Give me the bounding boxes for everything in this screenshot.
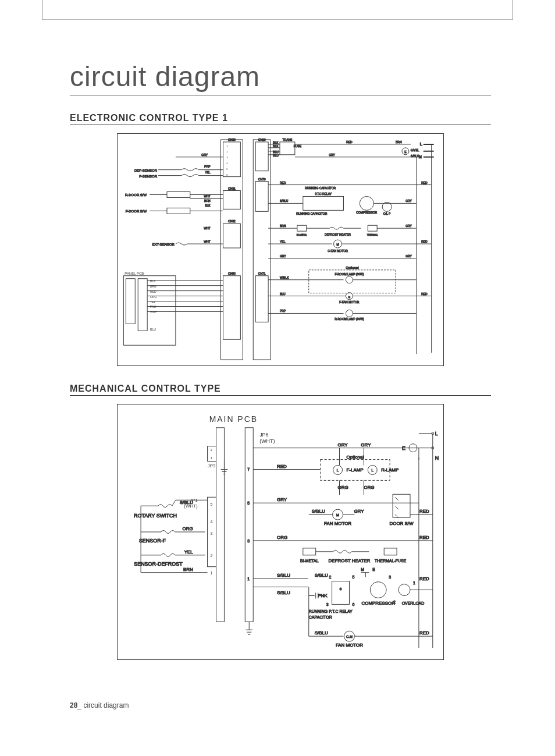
svg-text:R-DOOR S/W: R-DOOR S/W (125, 193, 147, 197)
svg-text:6: 6 (226, 173, 228, 176)
svg-text:R-ROOM LAMP (30W): R-ROOM LAMP (30W) (335, 318, 364, 321)
svg-text:5: 5 (352, 575, 354, 579)
svg-text:2: 2 (226, 150, 227, 153)
page-number: 28 (70, 701, 77, 709)
svg-text:1: 1 (226, 144, 228, 147)
svg-text:2: 2 (393, 600, 396, 604)
svg-rect-164 (384, 548, 397, 555)
svg-text:COMPRESSOR: COMPRESSOR (356, 211, 377, 214)
svg-text:CN31: CN31 (228, 187, 236, 190)
svg-rect-106 (245, 428, 253, 622)
svg-text:M: M (336, 243, 339, 246)
svg-text:FAN MOTOR: FAN MOTOR (324, 521, 351, 526)
svg-text:S/BLU: S/BLU (315, 573, 328, 578)
svg-text:3: 3 (226, 156, 228, 159)
page-title: circuit diagram (70, 61, 491, 95)
svg-text:3: 3 (389, 575, 391, 579)
svg-text:N: N (419, 155, 422, 159)
svg-text:3: 3 (326, 602, 329, 606)
svg-text:TRANS: TRANS (283, 139, 293, 141)
svg-text:DEFROST HEATER: DEFROST HEATER (329, 558, 371, 563)
svg-text:F-DOOR S/W: F-DOOR S/W (126, 210, 147, 213)
svg-text:S/BLU: S/BLU (280, 200, 289, 203)
svg-text:M: M (361, 567, 364, 572)
svg-text:4: 4 (211, 520, 213, 524)
svg-rect-0 (221, 140, 243, 360)
svg-text:RED: RED (421, 240, 428, 243)
svg-text:P.T.C RELAY: P.T.C RELAY (329, 609, 353, 613)
svg-text:R-LAMP: R-LAMP (381, 467, 399, 473)
svg-text:PRP: PRP (204, 165, 211, 168)
svg-text:7: 7 (247, 467, 250, 471)
svg-text:WHT: WHT (204, 195, 210, 198)
svg-text:L: L (372, 468, 374, 472)
svg-text:6: 6 (352, 602, 354, 606)
svg-text:BLK: BLK (205, 204, 211, 207)
svg-text:WHT: WHT (204, 240, 210, 243)
svg-text:RED: RED (419, 535, 429, 540)
svg-text:S/BLU: S/BLU (312, 509, 325, 514)
svg-text:3: 3 (247, 539, 250, 543)
svg-text:EXT-SENSOR: EXT-SENSOR (152, 243, 175, 246)
svg-text:BI-METAL: BI-METAL (297, 233, 308, 236)
svg-point-102 (346, 310, 353, 317)
svg-text:S: S (340, 587, 342, 591)
svg-rect-40 (138, 279, 147, 331)
svg-text:E: E (402, 445, 405, 451)
svg-text:RED: RED (419, 630, 429, 636)
svg-text:F-SENSOR: F-SENSOR (139, 175, 158, 178)
svg-text:BLK: BLK (273, 145, 279, 148)
svg-text:GRY: GRY (361, 442, 371, 448)
svg-rect-49 (280, 142, 295, 155)
svg-text:RED: RED (346, 141, 353, 144)
svg-text:S/BLU: S/BLU (315, 630, 328, 636)
svg-text:P.T.C RELAY: P.T.C RELAY (315, 193, 332, 196)
svg-text:MAIN PCB: MAIN PCB (209, 414, 258, 424)
svg-text:1: 1 (211, 456, 213, 460)
svg-rect-27 (167, 192, 190, 198)
svg-text:BLU: BLU (273, 154, 279, 157)
svg-text:WHT: WHT (204, 227, 210, 230)
svg-text:GRY: GRY (405, 225, 412, 228)
svg-point-71 (360, 196, 373, 210)
svg-text:W/BLK: W/BLK (280, 276, 289, 279)
svg-text:5: 5 (247, 501, 250, 505)
svg-text:Optional: Optional (346, 266, 358, 269)
svg-text:CN32: CN32 (228, 220, 236, 223)
diagram-electronic: CN30 CN31 CN32 CN50 CN10 CN70 CN71 123 (117, 133, 444, 366)
svg-text:2: 2 (211, 553, 213, 558)
section1-heading: ELECTRONIC CONTROL TYPE 1 (70, 113, 491, 125)
footer-text: circuit diagram (81, 701, 129, 709)
svg-text:FAN MOTOR: FAN MOTOR (336, 643, 363, 648)
svg-text:BI-METAL: BI-METAL (300, 559, 319, 563)
svg-text:GRY: GRY (280, 255, 286, 258)
svg-rect-39 (126, 279, 135, 324)
svg-text:BRN: BRN (280, 225, 286, 228)
svg-text:OVERLOAD: OVERLOAD (402, 601, 425, 605)
svg-text:SENSOR-F: SENSOR-F (139, 538, 166, 544)
svg-text:YEL: YEL (280, 240, 286, 243)
svg-text:RUNNING CAPACITOR: RUNNING CAPACITOR (296, 212, 328, 215)
svg-text:COMPRESSOR: COMPRESSOR (362, 601, 396, 606)
svg-point-94 (346, 276, 353, 283)
svg-text:1: 1 (211, 571, 213, 575)
svg-text:O/L P: O/L P (383, 212, 391, 215)
svg-text:BLU: BLU (280, 293, 286, 296)
svg-text:S/BLU: S/BLU (411, 155, 419, 158)
svg-rect-69 (303, 196, 344, 210)
svg-text:PRP: PRP (280, 310, 286, 313)
svg-text:Optional: Optional (347, 455, 364, 460)
diagram-mechanical: MAIN PCB JP3 21 JP1(WHT) JP6(WHT) (117, 404, 444, 660)
svg-text:5: 5 (211, 502, 213, 506)
svg-text:YEL: YEL (184, 549, 194, 555)
svg-text:M: M (336, 513, 339, 517)
section2-heading: MECHANICAL CONTROL TYPE (70, 384, 491, 396)
svg-text:CN71: CN71 (258, 272, 266, 275)
svg-text:ORG: ORG (364, 485, 374, 490)
svg-rect-78 (297, 225, 307, 231)
svg-text:F-ROOM LAMP (30W): F-ROOM LAMP (30W) (335, 273, 364, 276)
svg-text:E: E (404, 151, 407, 154)
svg-text:RED: RED (419, 576, 429, 581)
svg-text:S/BLU: S/BLU (180, 500, 193, 505)
svg-rect-14 (255, 276, 268, 322)
